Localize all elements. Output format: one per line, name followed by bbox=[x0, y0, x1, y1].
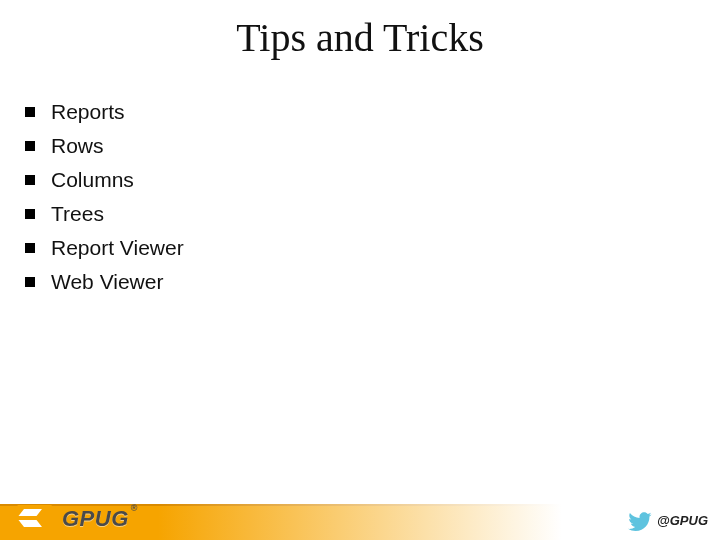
list-item: Report Viewer bbox=[25, 231, 184, 265]
bullet-icon bbox=[25, 175, 35, 185]
slide: Tips and Tricks Reports Rows Columns Tre… bbox=[0, 0, 720, 540]
chevron-icon bbox=[18, 503, 60, 533]
bullet-icon bbox=[25, 277, 35, 287]
twitter-handle: @GPUG bbox=[657, 513, 708, 528]
list-item: Columns bbox=[25, 163, 184, 197]
logo-text: GPUG bbox=[62, 506, 129, 532]
list-item: Reports bbox=[25, 95, 184, 129]
list-item: Trees bbox=[25, 197, 184, 231]
twitter-icon bbox=[626, 512, 652, 534]
registered-mark: ® bbox=[131, 503, 138, 513]
list-item-label: Columns bbox=[51, 168, 134, 192]
list-item: Web Viewer bbox=[25, 265, 184, 299]
list-item-label: Trees bbox=[51, 202, 104, 226]
list-item-label: Report Viewer bbox=[51, 236, 184, 260]
bullet-icon bbox=[25, 209, 35, 219]
gpug-logo: GPUG ® bbox=[18, 502, 135, 534]
bullet-icon bbox=[25, 107, 35, 117]
bullet-icon bbox=[25, 141, 35, 151]
footer: GPUG ® @GPUG bbox=[0, 496, 720, 540]
list-item: Rows bbox=[25, 129, 184, 163]
list-item-label: Rows bbox=[51, 134, 104, 158]
bullet-icon bbox=[25, 243, 35, 253]
bullet-list: Reports Rows Columns Trees Report Viewer… bbox=[25, 95, 184, 299]
slide-title: Tips and Tricks bbox=[0, 14, 720, 61]
list-item-label: Web Viewer bbox=[51, 270, 163, 294]
list-item-label: Reports bbox=[51, 100, 125, 124]
